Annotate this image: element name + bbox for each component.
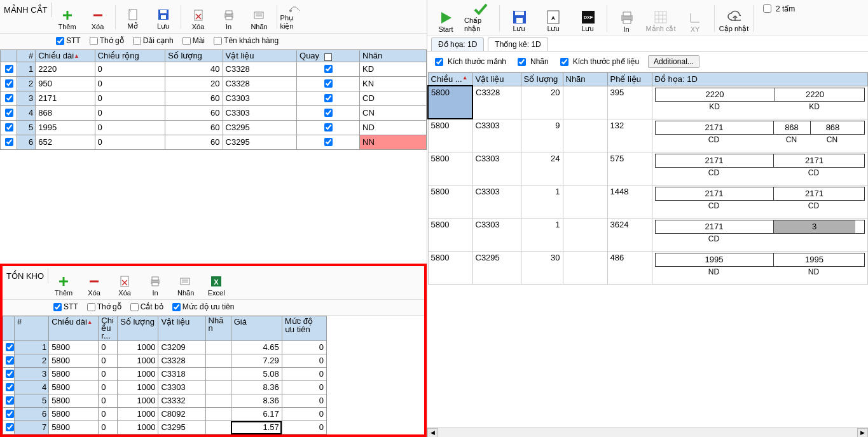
ten-kh-checkbox[interactable]: Tên khách hàng — [214, 36, 279, 45]
row-checkbox[interactable] — [6, 343, 14, 351]
col-quay[interactable]: Quay — [297, 50, 360, 62]
row-checkbox[interactable] — [5, 94, 13, 102]
row-checkbox[interactable] — [6, 423, 14, 431]
table-row[interactable]: 51995060C3295ND — [1, 121, 427, 135]
quay-checkbox[interactable] — [324, 109, 333, 117]
row-checkbox[interactable] — [6, 383, 14, 391]
row-checkbox[interactable] — [5, 79, 13, 88]
row-checkbox[interactable] — [6, 356, 14, 365]
result-row[interactable]: 5800C33032457521712171CDCD — [428, 152, 868, 185]
open-button[interactable]: Mở — [118, 3, 148, 32]
update-button[interactable]: Cập nhật — [717, 3, 751, 34]
table-row[interactable]: 5580001000C33328.360 — [3, 394, 327, 408]
stock-label-button[interactable]: Nhãn — [170, 269, 201, 298]
row-checkbox[interactable] — [5, 123, 13, 131]
accept-button[interactable]: Chấp nhận — [463, 3, 497, 34]
result-row[interactable]: 5800C33031362421713CD — [428, 218, 868, 251]
row-checkbox[interactable] — [6, 370, 14, 378]
table-row[interactable]: 4868060C3303CN — [1, 106, 427, 121]
quay-checkbox[interactable] — [324, 94, 333, 102]
table-row[interactable]: 1580001000C32094.650 — [3, 341, 327, 354]
delete-button[interactable]: Xóa — [83, 3, 113, 32]
row-checkbox[interactable] — [5, 138, 13, 146]
res-col-phe[interactable]: Phế liệu — [607, 73, 652, 86]
scroll-left-icon[interactable]: ◀ — [427, 428, 438, 438]
stock-stt-checkbox[interactable]: STT — [53, 302, 78, 311]
stock-cat-bo-checkbox[interactable]: Cắt bỏ — [130, 302, 163, 311]
res-col-vl[interactable]: Vật liệu — [472, 73, 521, 86]
kt-phe-checkbox[interactable]: Kích thước phế liệu — [558, 56, 639, 68]
stock-delete2-button[interactable]: Xóa — [109, 269, 140, 298]
quay-checkbox[interactable] — [324, 138, 333, 146]
stock-col-dai[interactable]: Chiều dài▲ — [49, 316, 99, 341]
save-pdf-button[interactable]: ALưu — [536, 3, 570, 34]
res-col-nhan[interactable]: Nhãn — [563, 73, 607, 86]
stock-add-button[interactable]: Thêm — [48, 269, 79, 298]
result-h-scrollbar[interactable]: ◀ ▶ — [427, 427, 868, 437]
stock-col-gia[interactable]: Giá — [231, 316, 282, 341]
print-button[interactable]: In — [214, 3, 244, 32]
table-row[interactable]: 7580001000C32951.570 — [3, 421, 327, 434]
table-row[interactable]: 6652060C3295NN — [1, 135, 427, 150]
col-sl[interactable]: Số lượng — [165, 50, 223, 62]
stock-prio-checkbox[interactable]: Mức độ ưu tiên — [172, 302, 235, 311]
stock-excel-button[interactable]: XExcel — [201, 269, 231, 298]
stock-col-hash[interactable]: # — [15, 316, 49, 341]
row-checkbox[interactable] — [5, 65, 13, 73]
accessories-button[interactable]: Phụ kiện — [279, 3, 310, 32]
save-button[interactable]: Lưu — [148, 3, 179, 32]
tab-graphic-1d[interactable]: Đồ họa: 1D — [431, 37, 484, 51]
stock-col-chk[interactable] — [3, 316, 15, 341]
cut-grid[interactable]: # Chiều dài▲ Chiều rộng Số lượng Vật liệ… — [0, 50, 427, 150]
table-row[interactable]: 12220040C3328KD — [1, 62, 427, 77]
mai-checkbox[interactable]: Mài — [183, 36, 205, 45]
stock-col-prio[interactable]: Mức độ ưu tiên — [282, 316, 326, 341]
row-checkbox[interactable] — [6, 396, 14, 405]
col-nhan[interactable]: Nhãn — [360, 50, 427, 62]
stock-grid[interactable]: # Chiều dài▲ Chiều r... Số lượng Vật liệ… — [3, 316, 327, 434]
col-hash[interactable] — [1, 50, 17, 62]
res-col-sl[interactable]: Số lượng — [521, 73, 563, 86]
nhan-checkbox[interactable]: Nhãn — [515, 56, 549, 68]
stock-col-rong[interactable]: Chiều r... — [99, 316, 118, 341]
table-row[interactable]: 2580001000C33287.290 — [3, 354, 327, 368]
add-button[interactable]: Thêm — [52, 3, 83, 32]
result-grid[interactable]: Chiều ...▲ Vật liệu Số lượng Nhãn Phế li… — [427, 72, 868, 285]
col-rong[interactable]: Chiều rộng — [95, 50, 165, 62]
stock-tho-go-checkbox[interactable]: Thớ gỗ — [87, 302, 121, 311]
additional-button[interactable]: Additional... — [648, 55, 699, 68]
col-num[interactable]: # — [17, 50, 36, 62]
stt-checkbox[interactable]: STT — [56, 36, 81, 45]
res-col-dohoa[interactable]: Đồ họa: 1D — [652, 73, 868, 86]
quay-checkbox[interactable] — [324, 123, 333, 131]
scroll-right-icon[interactable]: ▶ — [857, 428, 868, 438]
row-checkbox[interactable] — [5, 109, 13, 117]
row-checkbox[interactable] — [6, 410, 14, 418]
stock-col-sl[interactable]: Số lượng — [118, 316, 158, 341]
delete2-button[interactable]: Xóa — [183, 3, 214, 32]
stock-print-button[interactable]: In — [140, 269, 170, 298]
quay-checkbox[interactable] — [324, 65, 333, 73]
tho-go-checkbox[interactable]: Thớ gỗ — [90, 36, 124, 45]
quay-checkbox[interactable] — [324, 79, 333, 88]
res-col-dai[interactable]: Chiều ...▲ — [428, 73, 472, 86]
tab-stats-1d[interactable]: Thống kê: 1D — [488, 37, 548, 51]
print-result-button[interactable]: In — [609, 3, 644, 34]
result-row[interactable]: 5800C33282039522202220KDKD — [428, 86, 868, 119]
table-row[interactable]: 6580001000C80926.170 — [3, 408, 327, 421]
two-panel-checkbox[interactable]: 2 tấm — [761, 3, 795, 15]
stock-col-vl[interactable]: Vật liệu — [158, 316, 205, 341]
col-dai[interactable]: Chiều dài▲ — [36, 50, 95, 62]
start-button[interactable]: Start — [429, 3, 463, 34]
stock-delete-button[interactable]: Xóa — [79, 269, 109, 298]
save-result-button[interactable]: Lưu — [502, 3, 536, 34]
label-button[interactable]: Nhãn — [244, 3, 275, 32]
table-row[interactable]: 2950020C3328KN — [1, 77, 427, 91]
table-row[interactable]: 32171060C3303CD — [1, 91, 427, 106]
result-row[interactable]: 5800C32953048619951995NDND — [428, 251, 868, 284]
dai-canh-checkbox[interactable]: Dải cạnh — [133, 36, 174, 45]
kt-manh-checkbox[interactable]: Kích thước mảnh — [432, 56, 506, 68]
result-row[interactable]: 5800C33031144821712171CDCD — [428, 185, 868, 218]
table-row[interactable]: 4580001000C33038.360 — [3, 381, 327, 394]
col-vl[interactable]: Vật liệu — [223, 50, 297, 62]
